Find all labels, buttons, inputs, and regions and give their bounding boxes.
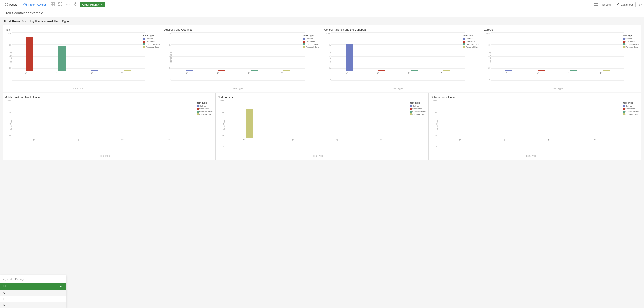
insight-advisor-button[interactable]: ✦ Insight Advisor [21, 2, 48, 7]
bar [251, 70, 258, 71]
legend-item: Office Supplies [197, 110, 213, 113]
y-tick: 2k [488, 67, 490, 69]
order-priority-tab[interactable]: Order Priority × [80, 2, 105, 7]
panel-title: Australia and Oceania [164, 28, 320, 31]
legend-item: Cosmetics [410, 108, 426, 110]
legend-color [197, 111, 199, 113]
bar-label: Cosmetics [336, 139, 343, 142]
legend-item: Cosmetics [197, 108, 213, 110]
legend-color [623, 105, 625, 107]
legend-label: Office Supplies [146, 43, 160, 45]
bar [596, 138, 603, 138]
svg-rect-0 [5, 3, 6, 4]
svg-rect-7 [53, 2, 54, 4]
svg-rect-19 [596, 3, 598, 4]
legend-item: Cosmetics [623, 108, 639, 110]
bar [186, 70, 193, 71]
bar [91, 70, 98, 71]
edit-sheet-button[interactable]: Edit sheet [614, 2, 636, 7]
y-tick: 6k [9, 111, 11, 113]
legend-item: Cosmetics [463, 40, 479, 43]
bar-label: Cosmetics [25, 72, 32, 74]
legend-item: Personal Care [143, 46, 160, 48]
y-tick: 6k [9, 44, 11, 46]
svg-point-10 [66, 4, 67, 5]
bar [246, 109, 253, 138]
bar-group: Personal Care [577, 100, 623, 148]
bar-group: Office Supplies [531, 100, 577, 148]
bar-group: Cosmetics [13, 32, 46, 81]
x-axis-label: Item Type [12, 155, 198, 157]
legend-label: Cosmetics [412, 108, 422, 110]
toolbar-icon-3[interactable] [65, 2, 71, 7]
bar [124, 70, 131, 71]
legend-item: Clothes [303, 38, 319, 40]
bar-label: Clothes [292, 139, 297, 142]
bar-label: Cosmetics [217, 72, 224, 74]
sheets-icon-button[interactable] [593, 2, 599, 7]
legend-label: Cosmetics [466, 40, 475, 43]
legend-item: Clothes [410, 105, 426, 107]
y-tick: 6k [488, 44, 490, 46]
legend-color [143, 43, 145, 45]
next-button[interactable]: › [641, 2, 642, 7]
bar [33, 138, 40, 138]
legend-item: Cosmetics [143, 40, 160, 43]
bar-group: Office Supplies [46, 32, 78, 81]
bar [218, 70, 225, 71]
toolbar-icon-4[interactable] [72, 2, 78, 7]
assets-button[interactable]: Assets [2, 2, 20, 7]
legend-label: Personal Care [199, 113, 212, 115]
sheets-button[interactable]: Sheets [602, 3, 611, 6]
close-tab-button[interactable]: × [100, 3, 103, 6]
bar [338, 138, 345, 138]
bar-group: Cosmetics [318, 100, 364, 148]
legend-color [623, 111, 625, 113]
bar-group: Clothes [13, 100, 59, 148]
y-tick: 7.65k [166, 32, 171, 35]
svg-rect-8 [51, 4, 52, 6]
y-tick: 0 [330, 78, 331, 81]
bar-label: Office Supplies [121, 139, 131, 142]
legend-color [463, 38, 465, 40]
bar-group: Cosmetics [365, 32, 398, 81]
toolbar-icon-2[interactable] [57, 2, 63, 7]
legend-item: Office Supplies [623, 43, 639, 45]
y-tick: 2k [222, 134, 224, 136]
legend-label: Personal Care [625, 46, 638, 48]
bar-group: Personal Care [111, 32, 143, 81]
legend-item: Office Supplies [623, 110, 639, 113]
y-tick: 7.65k [7, 100, 11, 102]
bar-group: Clothes [272, 100, 318, 148]
prev-button[interactable]: ‹ [639, 2, 640, 7]
y-tick: 2k [169, 67, 171, 69]
toolbar-icon-1[interactable] [50, 2, 56, 7]
legend: Item Type Clothes Cosmetics Office Suppl… [303, 34, 319, 49]
y-tick: 0 [10, 78, 11, 81]
legend-color [410, 105, 412, 107]
y-tick: 0 [10, 146, 11, 148]
chart-panel: Europe 7.65k6k4k2k0 Cl [482, 25, 641, 92]
y-tick: 7.65k [7, 32, 11, 35]
legend-label: Cosmetics [625, 108, 635, 110]
legend-label: Office Supplies [466, 43, 479, 45]
legend-color [303, 38, 305, 40]
page-header: Trellis container example [0, 9, 644, 17]
bar [538, 70, 545, 71]
legend-color [463, 41, 465, 43]
legend-label: Office Supplies [199, 110, 213, 113]
legend-label: Cosmetics [146, 40, 155, 43]
chart-panel: Middle East and North Africa 7.65k6k4k2k… [3, 93, 215, 160]
legend-label: Personal Care [146, 46, 159, 48]
bar-group: Office Supplies [398, 32, 431, 81]
legend-label: Office Supplies [306, 43, 319, 45]
bar-group: Cosmetics [205, 32, 238, 81]
legend-color [197, 105, 199, 107]
grid-icon [51, 2, 55, 6]
y-axis-title: Items Sold [10, 120, 12, 130]
legend-item: Personal Care [410, 113, 426, 115]
legend-item: Cosmetics [303, 40, 319, 43]
y-tick: 0 [489, 78, 490, 81]
bar-label: Clothes [506, 72, 511, 74]
y-axis-title: Items Sold [329, 52, 332, 63]
